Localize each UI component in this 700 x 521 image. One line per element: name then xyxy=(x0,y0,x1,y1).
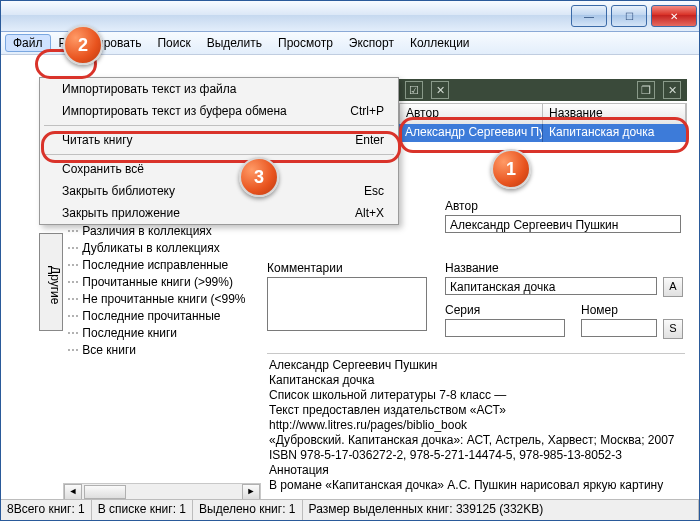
cell-title: Капитанская дочка xyxy=(543,124,687,142)
field-comments[interactable] xyxy=(267,277,427,331)
tree-item[interactable]: Различия в коллекциях xyxy=(67,223,255,240)
description-panel: Александр Сергеевич Пушкин Капитанская д… xyxy=(267,353,685,492)
menu-close-library[interactable]: Закрыть библиотекуEsc xyxy=(40,180,398,202)
menubar: Файл Редактировать Поиск Выделить Просмо… xyxy=(1,32,699,55)
field-number[interactable] xyxy=(581,319,657,337)
menu-separator xyxy=(44,125,394,126)
col-title[interactable]: Название xyxy=(543,104,686,124)
close-button[interactable]: ✕ xyxy=(651,5,697,27)
statusbar: 8Всего книг: 1 В списке книг: 1 Выделено… xyxy=(1,499,699,520)
label-number: Номер xyxy=(581,303,618,317)
menu-search[interactable]: Поиск xyxy=(149,34,198,52)
tree-panel: Различия в коллекциях Дубликаты в коллек… xyxy=(67,223,255,359)
button-a[interactable]: A xyxy=(663,277,683,297)
tree-item[interactable]: Не прочитанные книги (<99% xyxy=(67,291,255,308)
desc-line: «Дубровский. Капитанская дочка»: АСТ, Ас… xyxy=(269,433,683,448)
tree-item[interactable]: Последние прочитанные xyxy=(67,308,255,325)
menu-close-app[interactable]: Закрыть приложениеAlt+X xyxy=(40,202,398,224)
scroll-right-icon[interactable]: ► xyxy=(242,484,260,500)
tree-item[interactable]: Последние исправленные xyxy=(67,257,255,274)
label-series: Серия xyxy=(445,303,480,317)
menu-select[interactable]: Выделить xyxy=(199,34,270,52)
button-s[interactable]: S xyxy=(663,319,683,339)
app-window: — ☐ ✕ Файл Редактировать Поиск Выделить … xyxy=(0,0,700,521)
tree-item[interactable]: Прочитанные книги (>99%) xyxy=(67,274,255,291)
titlebar: — ☐ ✕ xyxy=(1,1,699,32)
badge-3: 3 xyxy=(239,157,279,197)
menu-collections[interactable]: Коллекции xyxy=(402,34,478,52)
clear-icon[interactable]: ✕ xyxy=(431,81,449,99)
desc-line: Александр Сергеевич Пушкин xyxy=(269,358,683,373)
desc-line: Аннотация xyxy=(269,463,683,478)
tree-item[interactable]: Все книги xyxy=(67,342,255,359)
panel-close-icon[interactable]: ✕ xyxy=(663,81,681,99)
col-author[interactable]: Автор xyxy=(400,104,543,124)
file-dropdown: Импортировать текст из файла Импортирова… xyxy=(39,77,399,225)
side-tab-other[interactable]: Другие xyxy=(39,233,63,331)
desc-line: Список школьной литературы 7-8 класс — xyxy=(269,388,683,403)
maximize-button[interactable]: ☐ xyxy=(611,5,647,27)
desc-line: Капитанская дочка xyxy=(269,373,683,388)
menu-save-all[interactable]: Сохранить всё xyxy=(40,158,398,180)
desc-line: Текст предоставлен издательством «АСТ» h… xyxy=(269,403,683,433)
menu-import-clipboard[interactable]: Импортировать текст из буфера обменаCtrl… xyxy=(40,100,398,122)
menu-import-file[interactable]: Импортировать текст из файла xyxy=(40,78,398,100)
minimize-button[interactable]: — xyxy=(571,5,607,27)
badge-1: 1 xyxy=(491,149,531,189)
field-series[interactable] xyxy=(445,319,565,337)
check-icon[interactable]: ☑ xyxy=(405,81,423,99)
scroll-thumb[interactable] xyxy=(84,485,126,499)
status-size: Размер выделенных книг: 339125 (332KB) xyxy=(303,500,699,520)
desc-line: ISBN 978-5-17-036272-2, 978-5-271-14474-… xyxy=(269,448,683,463)
menu-read-book[interactable]: Читать книгуEnter xyxy=(40,129,398,151)
scroll-left-icon[interactable]: ◄ xyxy=(64,484,82,500)
dark-toolbar: ☑ ✕ ❐ ✕ xyxy=(399,79,687,101)
field-title[interactable]: Капитанская дочка xyxy=(445,277,657,295)
restore-icon[interactable]: ❐ xyxy=(637,81,655,99)
menu-view[interactable]: Просмотр xyxy=(270,34,341,52)
menu-export[interactable]: Экспорт xyxy=(341,34,402,52)
tree-item[interactable]: Дубликаты в коллекциях xyxy=(67,240,255,257)
menu-file[interactable]: Файл xyxy=(5,34,51,52)
table-row[interactable]: Александр Сергеевич Пу… Капитанская дочк… xyxy=(399,124,687,142)
badge-2: 2 xyxy=(63,25,103,65)
table-header: Автор Название xyxy=(399,103,687,125)
status-list: В списке книг: 1 xyxy=(92,500,193,520)
tree-item[interactable]: Последние книги xyxy=(67,325,255,342)
label-author: Автор xyxy=(445,199,478,213)
field-author[interactable]: Александр Сергеевич Пушкин xyxy=(445,215,681,233)
cell-author: Александр Сергеевич Пу… xyxy=(399,124,543,142)
desc-line: В романе «Капитанская дочка» А.С. Пушкин… xyxy=(269,478,683,492)
menu-separator xyxy=(44,154,394,155)
status-selected: Выделено книг: 1 xyxy=(193,500,303,520)
label-title: Название xyxy=(445,261,499,275)
status-total: 8Всего книг: 1 xyxy=(1,500,92,520)
label-comments: Комментарии xyxy=(267,261,343,275)
